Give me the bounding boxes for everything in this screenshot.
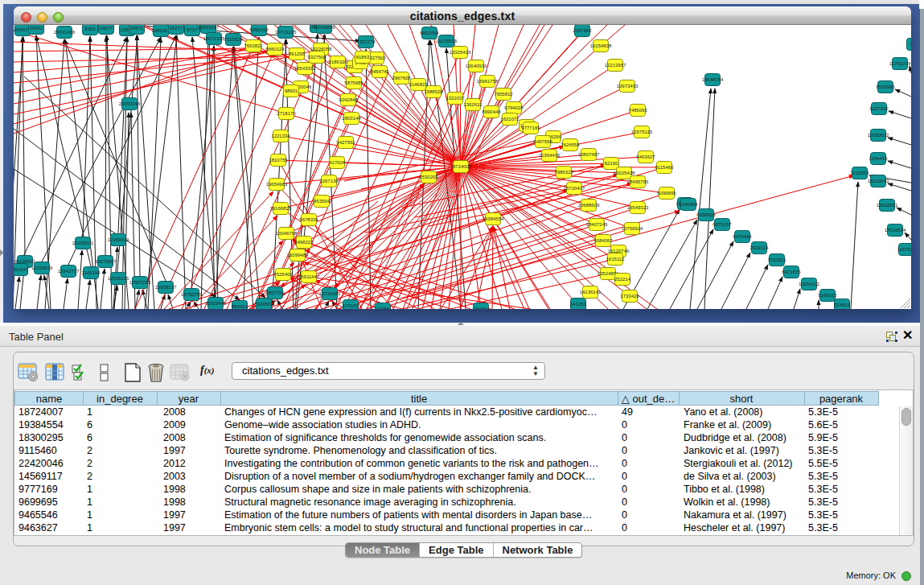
svg-text:252214: 252214 (614, 277, 631, 282)
svg-text:16961758: 16961758 (477, 79, 499, 84)
svg-text:9777169: 9777169 (521, 126, 540, 130)
svg-text:6794028: 6794028 (504, 105, 524, 110)
svg-text:62160: 62160 (605, 161, 618, 166)
svg-text:7663822: 7663822 (244, 43, 263, 48)
svg-text:417006: 417006 (329, 160, 346, 165)
svg-text:19218506: 19218506 (436, 39, 458, 43)
svg-text:1145194: 1145194 (82, 270, 101, 275)
svg-text:20053346: 20053346 (119, 101, 141, 106)
svg-text:7515524: 7515524 (224, 37, 243, 42)
svg-text:16210643: 16210643 (868, 179, 889, 183)
svg-text:3267130: 3267130 (319, 179, 339, 183)
svg-text:2933114: 2933114 (750, 245, 770, 250)
svg-text:9427552: 9427552 (336, 140, 355, 145)
svg-text:20871: 20871 (130, 26, 144, 31)
svg-text:16549323: 16549323 (627, 205, 649, 210)
svg-text:13325419: 13325419 (450, 50, 471, 55)
svg-text:1733426: 1733426 (620, 294, 639, 299)
svg-text:30975867: 30975867 (95, 259, 117, 264)
svg-text:1810755: 1810755 (269, 158, 288, 163)
svg-text:15692951: 15692951 (877, 203, 898, 208)
svg-text:141361: 141361 (570, 302, 587, 307)
svg-text:7357274: 7357274 (356, 39, 376, 44)
svg-text:6497568: 6497568 (533, 139, 552, 144)
svg-text:9327500: 9327500 (307, 55, 326, 60)
svg-text:10719185: 10719185 (275, 30, 297, 35)
svg-text:1362615: 1362615 (463, 102, 483, 107)
svg-text:16677: 16677 (100, 26, 113, 31)
svg-text:20391: 20391 (30, 26, 43, 31)
svg-text:10756924: 10756924 (622, 226, 643, 231)
svg-text:924501: 924501 (834, 303, 851, 307)
svg-text:12359934: 12359934 (108, 237, 129, 242)
svg-text:9474444: 9474444 (733, 234, 752, 239)
svg-text:7625402: 7625402 (273, 272, 293, 277)
svg-text:9529966: 9529966 (876, 84, 895, 89)
svg-text:16154838: 16154838 (590, 43, 612, 48)
svg-text:10958137: 10958137 (155, 285, 177, 290)
svg-text:6966160: 6966160 (249, 27, 269, 32)
svg-text:18407249: 18407249 (586, 222, 608, 227)
svg-text:10025438: 10025438 (614, 171, 635, 175)
svg-text:10973493: 10973493 (617, 84, 639, 89)
svg-text:9463627: 9463627 (636, 154, 655, 159)
svg-text:9146821: 9146821 (409, 82, 428, 87)
svg-text:1588520: 1588520 (424, 89, 443, 94)
svg-text:8303: 8303 (84, 27, 96, 31)
svg-text:10654112: 10654112 (799, 282, 820, 286)
svg-text:170165: 170165 (343, 303, 359, 308)
svg-text:391547: 391547 (14, 267, 29, 272)
svg-text:12505135: 12505135 (108, 276, 129, 281)
svg-text:884421: 884421 (232, 304, 248, 309)
svg-text:3215953: 3215953 (850, 171, 869, 175)
svg-text:16648784: 16648784 (702, 77, 724, 82)
svg-text:453594: 453594 (314, 199, 331, 204)
svg-text:16671355: 16671355 (203, 36, 225, 41)
svg-text:7955812: 7955812 (494, 92, 513, 97)
svg-text:8186328: 8186328 (328, 60, 347, 64)
svg-text:6879197: 6879197 (713, 222, 732, 227)
svg-text:1244415: 1244415 (869, 156, 888, 161)
svg-text:81863: 81863 (356, 55, 370, 60)
svg-text:17957253: 17957253 (129, 280, 151, 285)
svg-text:12055: 12055 (376, 307, 390, 309)
svg-text:13640910: 13640910 (466, 64, 487, 68)
svg-text:2718170: 2718170 (277, 111, 296, 116)
svg-text:19654983: 19654983 (266, 182, 288, 187)
svg-text:16782759: 16782759 (181, 292, 203, 297)
svg-text:8990448: 8990448 (482, 109, 501, 114)
svg-text:3624554: 3624554 (561, 142, 580, 147)
svg-text:12923446: 12923446 (205, 301, 227, 306)
svg-text:18724007: 18724007 (450, 164, 472, 169)
svg-text:14136141: 14136141 (580, 290, 602, 295)
svg-text:16911447: 16911447 (298, 274, 320, 279)
svg-text:8938918: 8938918 (696, 212, 716, 217)
svg-text:2803144: 2803144 (342, 116, 361, 121)
svg-text:1621072: 1621072 (500, 117, 519, 122)
svg-text:19384554: 19384554 (483, 216, 504, 221)
svg-text:15277: 15277 (170, 26, 183, 31)
svg-text:8717: 8717 (187, 27, 198, 32)
svg-text:10688609: 10688609 (578, 203, 600, 208)
svg-text:6099695: 6099695 (657, 191, 676, 196)
svg-text:7485063: 7485063 (628, 108, 647, 113)
svg-text:16099489: 16099489 (287, 253, 309, 257)
svg-text:891295: 891295 (289, 51, 306, 56)
svg-text:2087662: 2087662 (573, 28, 592, 33)
svg-text:8471675: 8471675 (782, 270, 801, 274)
svg-text:1221334: 1221334 (271, 134, 290, 138)
svg-text:92450: 92450 (257, 302, 271, 307)
svg-text:26206501: 26206501 (72, 241, 94, 245)
svg-text:10807487: 10807487 (578, 152, 600, 157)
svg-text:8454749: 8454749 (370, 69, 389, 74)
svg-text:1111: 1111 (910, 42, 911, 47)
svg-text:10046768: 10046768 (276, 231, 298, 236)
svg-text:1615112: 1615112 (606, 257, 626, 262)
svg-text:2967608: 2967608 (392, 76, 411, 80)
svg-text:10653267: 10653267 (198, 25, 220, 30)
svg-text:9084067: 9084067 (593, 238, 613, 243)
svg-text:19166825: 19166825 (270, 206, 292, 211)
svg-text:1322037: 1322037 (446, 96, 465, 101)
svg-text:12942737: 12942737 (58, 269, 80, 274)
svg-text:9115460: 9115460 (655, 165, 675, 170)
